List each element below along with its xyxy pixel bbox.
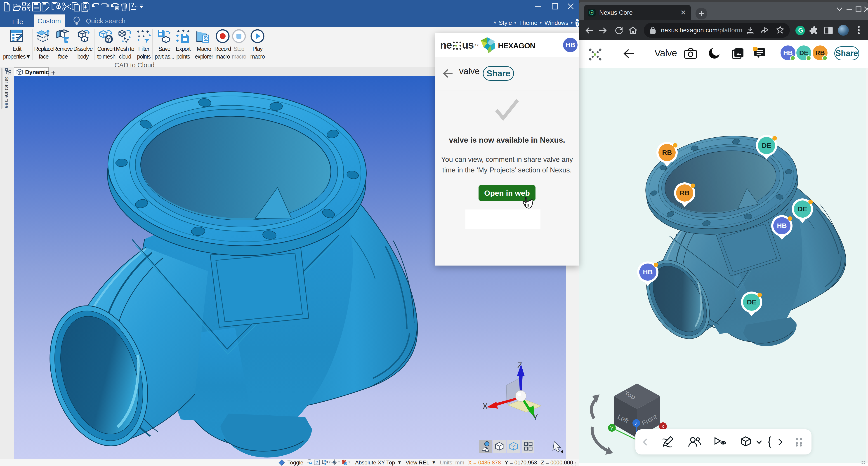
svg-text:G: G — [798, 27, 803, 34]
svg-text:?: ? — [315, 460, 318, 465]
svg-text:?: ? — [131, 2, 134, 8]
